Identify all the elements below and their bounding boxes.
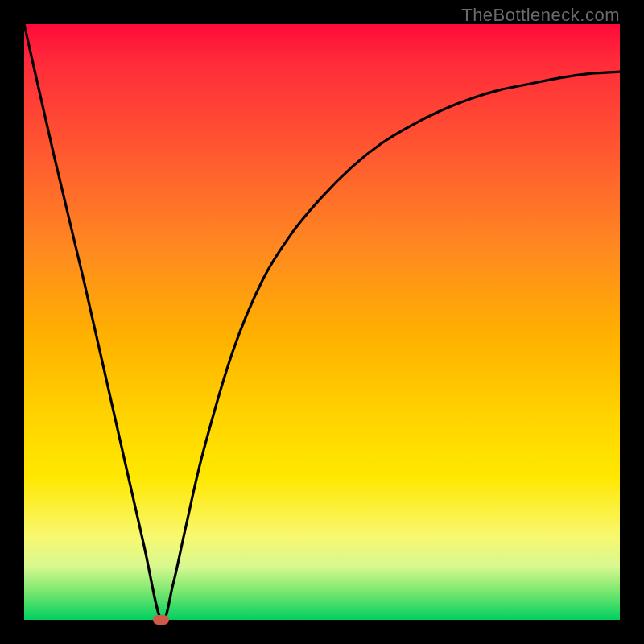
credit-text: TheBottleneck.com <box>461 5 620 26</box>
chart-frame: TheBottleneck.com <box>0 0 644 644</box>
plot-area <box>24 24 620 620</box>
minimum-marker <box>153 615 169 625</box>
bottleneck-curve <box>24 24 620 620</box>
